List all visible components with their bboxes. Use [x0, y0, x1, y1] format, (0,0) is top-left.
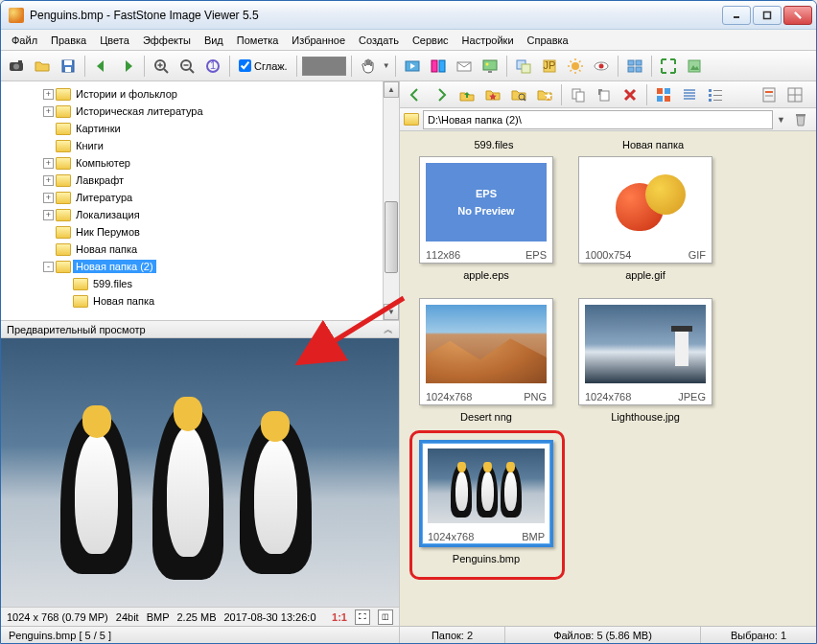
- compare-icon[interactable]: [427, 55, 450, 78]
- zoom-ratio[interactable]: 1:1: [332, 611, 347, 623]
- view-list-icon[interactable]: [704, 83, 727, 106]
- folder-thumb-label[interactable]: Новая папка: [586, 139, 720, 150]
- scroll-down-icon[interactable]: ▼: [384, 304, 399, 320]
- maximize-button[interactable]: [753, 6, 782, 25]
- tree-node[interactable]: +Локализация: [9, 206, 395, 223]
- bg-color-swatch[interactable]: [302, 57, 346, 76]
- save-icon[interactable]: [57, 55, 80, 78]
- tree-node[interactable]: +Литература: [9, 189, 395, 206]
- tree-node-label[interactable]: Историческая литература: [73, 104, 206, 118]
- fullscreen-icon[interactable]: [657, 55, 680, 78]
- path-dropdown-icon[interactable]: ▼: [777, 115, 785, 125]
- batch-icon[interactable]: [512, 55, 535, 78]
- tree-node[interactable]: +Истории и фольклор: [9, 85, 395, 103]
- path-input[interactable]: [423, 110, 773, 129]
- tree-node[interactable]: 599.files: [9, 275, 395, 292]
- view-thumbnails-icon[interactable]: [652, 83, 675, 106]
- tree-node-label[interactable]: 599.files: [90, 277, 135, 290]
- tree-node-label[interactable]: Новая папка (2): [73, 260, 156, 273]
- preview-collapse-icon[interactable]: ︽: [384, 323, 393, 336]
- wallpaper-icon[interactable]: [479, 55, 502, 78]
- tree-node[interactable]: Новая папка: [9, 241, 395, 258]
- menu-settings[interactable]: Настройки: [455, 32, 521, 49]
- menu-colors[interactable]: Цвета: [93, 32, 136, 49]
- explore-icon[interactable]: [507, 83, 530, 106]
- histogram-icon[interactable]: ◫: [378, 610, 393, 625]
- folder-thumb-label[interactable]: 599.files: [427, 139, 561, 150]
- tree-node[interactable]: Картинки: [9, 120, 395, 137]
- expand-icon[interactable]: +: [43, 193, 54, 203]
- smooth-checkbox-input[interactable]: [239, 59, 251, 72]
- acquire-icon[interactable]: [5, 55, 28, 78]
- copy-to-icon[interactable]: [567, 83, 590, 106]
- tree-node-label[interactable]: Новая папка: [73, 242, 140, 256]
- actual-size-icon[interactable]: 1: [201, 55, 224, 78]
- tree-node[interactable]: Ник Перумов: [9, 223, 395, 241]
- tree-node[interactable]: +Историческая литература: [9, 103, 395, 120]
- delete-icon[interactable]: [619, 83, 642, 106]
- recycle-bin-icon[interactable]: [789, 108, 812, 131]
- scroll-thumb[interactable]: [385, 201, 398, 273]
- new-folder-icon[interactable]: ★: [533, 83, 556, 106]
- thumbnail[interactable]: 1024x768PNGDesert nng: [419, 298, 553, 423]
- tree-node-label[interactable]: Компьютер: [73, 156, 133, 170]
- tree-node[interactable]: Книги: [9, 137, 395, 154]
- menu-edit[interactable]: Правка: [44, 32, 93, 49]
- tree-node-label[interactable]: Книги: [73, 139, 106, 152]
- fit-window-icon[interactable]: ⛶: [355, 610, 370, 625]
- prev-icon[interactable]: [90, 55, 113, 78]
- close-button[interactable]: [783, 6, 812, 25]
- zoom-out-icon[interactable]: [175, 55, 198, 78]
- thumbnail[interactable]: 1000x754GIFapple.gif: [578, 156, 712, 281]
- move-to-icon[interactable]: [593, 83, 616, 106]
- tree-node-label[interactable]: Картинки: [73, 122, 124, 135]
- tree-node-label[interactable]: Ник Перумов: [73, 225, 143, 239]
- menu-create[interactable]: Создать: [352, 32, 406, 49]
- skin-icon[interactable]: [683, 55, 706, 78]
- thumbnail[interactable]: 1024x768BMPPenguins.bmp: [419, 440, 553, 564]
- collapse-icon[interactable]: -: [43, 262, 54, 272]
- redeye-icon[interactable]: [590, 55, 613, 78]
- next-icon[interactable]: [116, 55, 139, 78]
- expand-icon[interactable]: +: [43, 158, 54, 169]
- slideshow-icon[interactable]: [401, 55, 424, 78]
- tree-node-label[interactable]: Новая папка: [90, 294, 157, 308]
- expand-icon[interactable]: +: [43, 175, 54, 186]
- nav-back-icon[interactable]: [404, 83, 427, 106]
- brightness-icon[interactable]: [564, 55, 587, 78]
- tree-node[interactable]: +Лавкрафт: [9, 172, 395, 189]
- open-icon[interactable]: [31, 55, 54, 78]
- jpeg-lossless-icon[interactable]: JP: [538, 55, 561, 78]
- menu-help[interactable]: Справка: [521, 32, 575, 49]
- menu-effects[interactable]: Эффекты: [136, 32, 198, 49]
- menu-favorites[interactable]: Избранное: [285, 32, 352, 49]
- favorites-icon[interactable]: [481, 83, 504, 106]
- menu-file[interactable]: Файл: [5, 32, 44, 49]
- expand-icon[interactable]: +: [43, 106, 54, 117]
- thumbnail[interactable]: EPSNo Preview112x86EPSapple.eps: [419, 156, 553, 281]
- tree-node-label[interactable]: Локализация: [73, 208, 143, 221]
- expand-icon[interactable]: +: [43, 210, 54, 220]
- tree-scrollbar[interactable]: ▲ ▼: [383, 81, 399, 320]
- view-details-icon[interactable]: [678, 83, 701, 106]
- tree-node[interactable]: -Новая папка (2): [9, 258, 395, 275]
- tree-node[interactable]: Новая папка: [9, 292, 395, 310]
- settings-icon[interactable]: [623, 55, 646, 78]
- menu-view[interactable]: Вид: [198, 32, 230, 49]
- folder-tree[interactable]: +Истории и фольклор+Историческая литерат…: [1, 81, 399, 321]
- expand-icon[interactable]: +: [43, 89, 54, 100]
- tree-node-label[interactable]: Литература: [73, 191, 135, 204]
- tree-node[interactable]: +Компьютер: [9, 154, 395, 172]
- tree-node-label[interactable]: Истории и фольклор: [73, 87, 180, 101]
- scroll-up-icon[interactable]: ▲: [384, 81, 399, 98]
- preview-image[interactable]: [1, 338, 399, 607]
- hand-tool-icon[interactable]: [357, 55, 380, 78]
- filter-icon[interactable]: [758, 83, 781, 106]
- menu-tools[interactable]: Сервис: [406, 32, 455, 49]
- smooth-checkbox[interactable]: Сглаж.: [239, 59, 288, 72]
- email-icon[interactable]: [453, 55, 476, 78]
- thumbnail[interactable]: 1024x768JPEGLighthouse.jpg: [578, 298, 712, 423]
- zoom-in-icon[interactable]: [150, 55, 173, 78]
- menu-tag[interactable]: Пометка: [230, 32, 286, 49]
- tree-node-label[interactable]: Лавкрафт: [73, 173, 127, 187]
